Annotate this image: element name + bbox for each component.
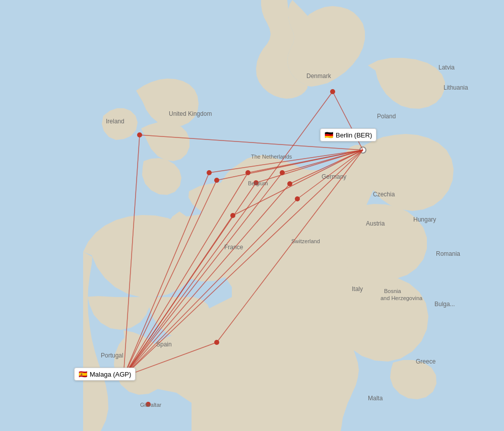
romania-label: Romania [436, 250, 460, 257]
bulgaria-label: Bulga... [434, 301, 455, 308]
svg-point-29 [245, 170, 250, 175]
switzerland-label: Switzerland [291, 238, 320, 244]
malaga-flag: 🇪🇸 [79, 370, 87, 378]
svg-point-28 [214, 178, 219, 183]
czechia-label: Czechia [373, 191, 395, 198]
svg-point-32 [287, 181, 292, 186]
germany-label: Germany [322, 173, 346, 180]
latvia-label: Latvia [438, 64, 455, 71]
france-label: France [224, 244, 243, 251]
italy-label: Italy [352, 285, 363, 293]
denmark-label: Denmark [306, 73, 332, 80]
gibraltar-label: Gibraltar [140, 402, 162, 408]
netherlands-label: The Netherlands [251, 154, 292, 160]
bosnia-label2: and Herzegovina [381, 295, 423, 301]
svg-point-27 [207, 170, 212, 175]
belgium-label: Belgium [248, 180, 268, 186]
lithuania-label: Lithuania [444, 84, 468, 91]
uk-label: United Kingdom [169, 110, 212, 117]
poland-label: Poland [377, 113, 396, 120]
malaga-airport-text: Malaga (AGP) [90, 371, 131, 378]
berlin-flag: 🇩🇪 [325, 131, 333, 139]
malta-label: Malta [368, 395, 383, 402]
spain-label: Spain [156, 341, 172, 348]
malaga-airport-label[interactable]: 🇪🇸 Malaga (AGP) [74, 368, 136, 381]
portugal-label: Portugal [101, 352, 123, 359]
svg-point-36 [330, 89, 335, 94]
svg-point-30 [280, 170, 285, 175]
svg-point-26 [137, 132, 142, 137]
map-container: Ireland United Kingdom The Netherlands B… [0, 0, 504, 431]
bosnia-label: Bosnia [384, 288, 402, 294]
svg-point-33 [295, 196, 300, 201]
svg-point-34 [230, 213, 235, 218]
berlin-airport-label[interactable]: 🇩🇪 Berlin (BER) [320, 128, 376, 141]
hungary-label: Hungary [413, 216, 436, 223]
svg-point-35 [214, 340, 219, 345]
austria-label: Austria [366, 220, 385, 227]
berlin-airport-text: Berlin (BER) [336, 131, 372, 139]
greece-label: Greece [416, 358, 436, 365]
ireland-label: Ireland [106, 118, 124, 125]
